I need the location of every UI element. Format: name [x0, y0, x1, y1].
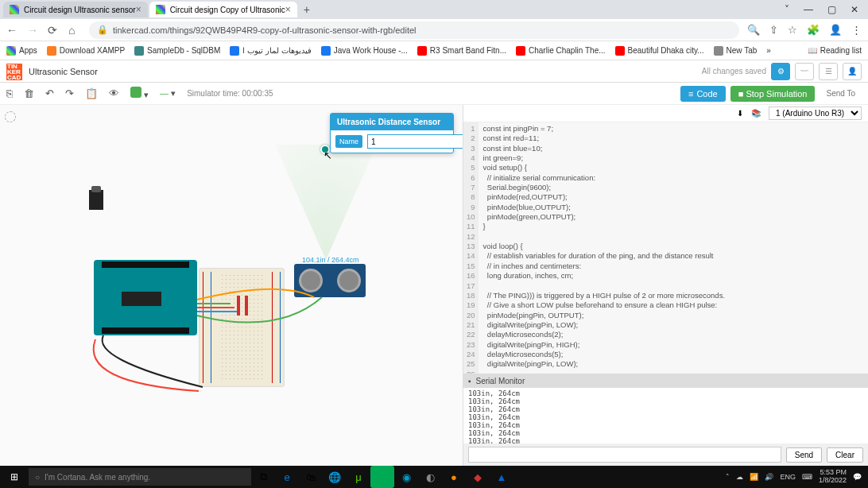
- serial-output: 103in, 264cm 103in, 264cm 103in, 264cm 1…: [463, 388, 868, 443]
- bookmark-item[interactable]: فيديوهات لمار تيوب ا: [230, 46, 311, 56]
- volume-icon[interactable]: 🔊: [765, 473, 773, 481]
- minimize-button[interactable]: —: [804, 4, 813, 15]
- wire-style-picker[interactable]: — ▾: [160, 88, 176, 99]
- onedrive-icon[interactable]: ☁: [736, 473, 743, 481]
- clock[interactable]: 5:53 PM 1/8/2022: [819, 469, 847, 485]
- menu-icon[interactable]: ⋮: [851, 24, 862, 36]
- code-editor[interactable]: 1 2 3 4 5 6 7 8 9 10 11 12 13 14 15 16 1…: [463, 122, 868, 374]
- home-button[interactable]: ⌂: [68, 24, 81, 37]
- youtube-icon: [516, 46, 525, 56]
- delete-icon[interactable]: 🗑: [24, 87, 34, 99]
- keyboard-icon[interactable]: ⌨: [802, 473, 812, 481]
- serial-clear-button[interactable]: Clear: [827, 447, 863, 463]
- button-label: Code: [696, 89, 717, 99]
- code-button[interactable]: ≡Code: [680, 86, 726, 102]
- send-to-button[interactable]: Send To: [820, 86, 862, 102]
- serial-send-button[interactable]: Send: [786, 447, 822, 463]
- chevron-down-icon[interactable]: ˅: [785, 4, 789, 15]
- serial-monitor-header[interactable]: ▪ Serial Monitor: [463, 374, 868, 388]
- component-inspector: Ultrasonic Distance Sensor Name: [330, 113, 454, 153]
- extension-icon[interactable]: 🧩: [807, 24, 820, 36]
- bookmark-label: Beautiful Dhaka city...: [628, 46, 704, 55]
- tab-1[interactable]: Circuit design Ultrasonic sensor ×: [3, 2, 148, 17]
- app-icon[interactable]: ▲: [490, 466, 513, 488]
- list-mode-button[interactable]: ☰: [819, 63, 838, 80]
- arduino-uno-component[interactable]: [94, 260, 197, 335]
- sqldbm-icon: [134, 46, 144, 56]
- wire-color-picker[interactable]: ▾: [130, 87, 149, 100]
- close-icon[interactable]: ×: [285, 4, 291, 15]
- reload-button[interactable]: ⟳: [48, 24, 60, 37]
- undo-button[interactable]: ↶: [45, 87, 54, 99]
- bookmark-item[interactable]: SampleDb - SqlDBM: [134, 46, 220, 56]
- forward-button[interactable]: →: [27, 24, 40, 37]
- app-icon[interactable]: ◐: [418, 466, 442, 488]
- maximize-button[interactable]: ▢: [827, 4, 836, 15]
- apps-button[interactable]: Apps: [6, 46, 37, 56]
- bookmark-label: SampleDb - SqlDBM: [147, 46, 220, 55]
- facebook-icon: [321, 46, 331, 56]
- bookmark-item[interactable]: R3 Smart Band Fitn...: [417, 46, 506, 56]
- project-name[interactable]: Ultrasonic Sensor: [29, 67, 98, 76]
- bookmark-item[interactable]: New Tab: [714, 46, 758, 56]
- avatar-icon[interactable]: 👤: [829, 24, 842, 36]
- circuit-canvas[interactable]: Ultrasonic Distance Sensor Name ↖ 104.1i…: [0, 105, 463, 466]
- serial-input[interactable]: [468, 447, 781, 463]
- reading-list-button[interactable]: 📖Reading list: [808, 46, 862, 55]
- schematic-mode-button[interactable]: 〰: [795, 63, 814, 80]
- start-button[interactable]: ⊞: [0, 466, 29, 488]
- cortana-placeholder: I'm Cortana. Ask me anything.: [45, 473, 150, 482]
- app-icon[interactable]: [370, 466, 394, 488]
- bookmark-item[interactable]: Java Work House -...: [321, 46, 408, 56]
- visibility-icon[interactable]: 👁: [109, 87, 119, 99]
- atmega-chip-icon: [122, 292, 161, 306]
- share-icon[interactable]: ⇧: [769, 24, 778, 36]
- download-icon[interactable]: ⬇: [737, 109, 743, 118]
- app-icon[interactable]: ●: [442, 466, 466, 488]
- language-indicator[interactable]: ENG: [780, 473, 796, 481]
- stop-simulation-button[interactable]: ■ Stop Simulation: [730, 86, 816, 102]
- chrome-app-icon[interactable]: 🌐: [323, 466, 347, 488]
- tab-2[interactable]: Circuit design Copy of Ultrasonic ×: [149, 2, 297, 17]
- tinkercad-logo-icon[interactable]: TINKERCAD: [6, 64, 22, 79]
- cortana-search[interactable]: ○ I'm Cortana. Ask me anything.: [29, 468, 251, 486]
- copy-icon[interactable]: ⎘: [6, 87, 13, 99]
- ultrasonic-sensor-component[interactable]: [294, 264, 366, 297]
- bookmark-item[interactable]: Charlie Chaplin The...: [516, 46, 606, 56]
- button-label: Stop Simulation: [746, 89, 807, 99]
- overflow-button[interactable]: »: [766, 46, 771, 55]
- wifi-icon[interactable]: 📶: [750, 473, 758, 481]
- user-avatar[interactable]: 👤: [843, 63, 862, 80]
- redo-button[interactable]: ↷: [65, 87, 74, 99]
- cortana-icon: ○: [35, 473, 40, 482]
- notification-icon[interactable]: 💬: [853, 473, 862, 481]
- new-tab-button[interactable]: +: [299, 2, 315, 17]
- close-icon[interactable]: ×: [136, 4, 141, 15]
- tray-expand-icon[interactable]: ˄: [726, 473, 730, 481]
- library-icon[interactable]: 📚: [751, 109, 761, 118]
- close-button[interactable]: ✕: [851, 4, 858, 15]
- circuits-mode-button[interactable]: ⚙: [771, 63, 790, 80]
- url-text: tinkercad.com/things/92QWB49P4R9-copy-of…: [113, 25, 417, 35]
- back-button[interactable]: ←: [6, 24, 19, 37]
- utorrent-app-icon[interactable]: μ: [347, 466, 370, 488]
- store-app-icon[interactable]: 🛍: [299, 466, 323, 488]
- bookmark-item[interactable]: Download XAMPP: [47, 46, 125, 56]
- star-icon[interactable]: ☆: [788, 24, 797, 36]
- app-icon[interactable]: ◆: [466, 466, 490, 488]
- app-icon[interactable]: ◉: [394, 466, 418, 488]
- code-content[interactable]: const int pingPin = 7; const int red=11;…: [479, 122, 868, 374]
- zoom-icon[interactable]: 🔍: [747, 24, 760, 36]
- bookmark-item[interactable]: Beautiful Dhaka city...: [615, 46, 704, 56]
- bookmark-label: Reading list: [820, 46, 862, 55]
- bookmark-label: Download XAMPP: [60, 46, 125, 55]
- edge-app-icon[interactable]: e: [275, 466, 299, 488]
- name-field-input[interactable]: [367, 134, 463, 149]
- task-view-button[interactable]: ⧉: [251, 466, 275, 488]
- usb-port-icon: [89, 190, 103, 210]
- bookmark-label: Java Work House -...: [334, 46, 408, 55]
- board-select[interactable]: 1 (Arduino Uno R3): [769, 107, 862, 120]
- breadboard-component[interactable]: [199, 268, 285, 387]
- notes-icon[interactable]: 📋: [85, 87, 98, 99]
- address-bar[interactable]: 🔒 tinkercad.com/things/92QWB49P4R9-copy-…: [89, 21, 739, 39]
